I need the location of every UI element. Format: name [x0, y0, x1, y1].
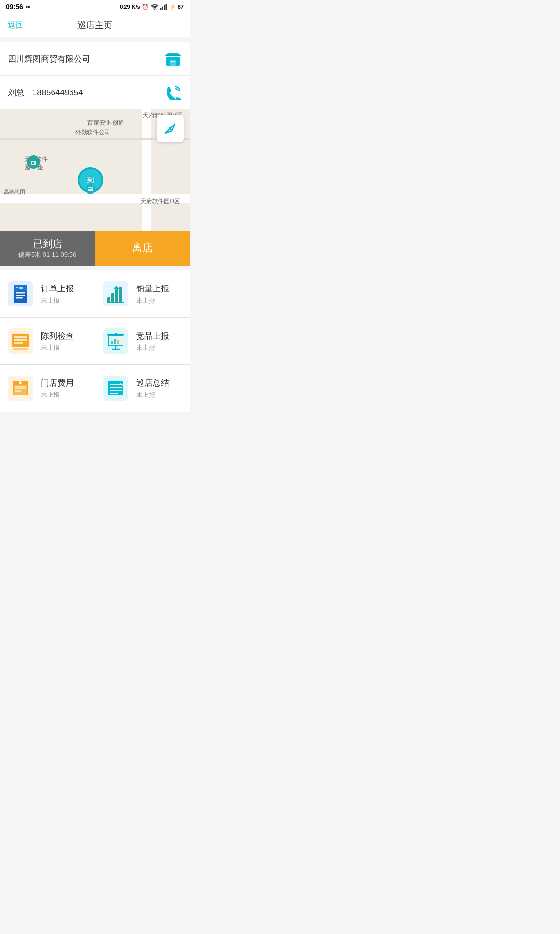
status-battery: 87	[178, 4, 184, 10]
status-left: 09:56 ∞	[6, 3, 30, 11]
status-bar: 09:56 ∞ 0.29 K/s ⏰ ⚡ 87	[0, 0, 190, 14]
svg-rect-41	[111, 341, 113, 344]
map-attribution: 高德地图	[4, 188, 25, 196]
svg-rect-50	[15, 386, 26, 389]
map-container: 百家安业·创通 外勤软件公司 天府软件园D区 天府软件 园D2座 天府软件园D区	[0, 109, 190, 231]
status-signal-icon	[160, 4, 167, 10]
expense-icon: ¥	[8, 376, 33, 401]
svg-rect-4	[165, 4, 167, 10]
svg-rect-54	[110, 384, 122, 385]
svg-text:¥: ¥	[19, 379, 22, 385]
menu-item-competitor[interactable]: 竞品上报 未上报	[95, 318, 190, 364]
map-label-park-bottom: 天府软件园D区	[140, 198, 180, 206]
order-text: 订单上报 未上报	[41, 283, 74, 305]
arrival-marker: 到	[78, 167, 103, 193]
back-button[interactable]: 返回	[8, 20, 23, 31]
contact-info: 刘总 18856449654	[8, 87, 83, 98]
road-vertical	[142, 109, 151, 231]
navigate-button[interactable]	[157, 115, 184, 142]
svg-rect-38	[13, 348, 28, 350]
arrived-sub-text: 偏差5米 01-11 09:56	[18, 251, 76, 259]
status-right: 0.29 K/s ⏰ ⚡ 87	[120, 4, 184, 10]
svg-rect-26	[16, 287, 18, 288]
status-charging-icon: ⚡	[169, 4, 176, 10]
status-alarm-icon: ⏰	[142, 4, 149, 10]
top-nav: 返回 巡店主页	[0, 14, 190, 37]
svg-rect-31	[119, 287, 122, 302]
competitor-text: 竞品上报 未上报	[136, 330, 169, 352]
arrived-main-text: 已到店	[33, 237, 62, 251]
order-title: 订单上报	[41, 283, 74, 294]
summary-text: 巡店总结 未上报	[136, 377, 169, 399]
svg-point-47	[115, 333, 117, 335]
menu-item-expense[interactable]: ¥ 门店费用 未上报	[0, 365, 95, 412]
marker-sub-icon	[86, 184, 95, 194]
menu-item-summary[interactable]: 巡店总结 未上报	[95, 365, 190, 412]
menu-item-order[interactable]: 订单上报 未上报	[0, 270, 95, 317]
contact-phone: 18856449654	[33, 88, 83, 97]
svg-rect-51	[15, 390, 21, 392]
store-name: 四川辉图商贸有限公司	[8, 54, 90, 65]
svg-rect-29	[111, 293, 114, 302]
map-section: 百家安业·创通 外勤软件公司 天府软件园D区 天府软件 园D2座 天府软件园D区	[0, 109, 190, 266]
competitor-title: 竞品上报	[136, 330, 169, 341]
order-icon	[8, 281, 33, 306]
svg-rect-13	[35, 162, 35, 163]
svg-rect-11	[32, 162, 33, 163]
svg-rect-30	[115, 289, 118, 302]
leave-button[interactable]: 离店	[95, 231, 190, 266]
display-status: 未上报	[41, 343, 74, 352]
svg-rect-3	[164, 5, 165, 10]
svg-rect-37	[14, 342, 23, 344]
leave-label: 离店	[132, 241, 153, 255]
svg-rect-56	[110, 390, 122, 391]
store-name-row: 四川辉图商贸有限公司	[0, 42, 190, 76]
display-title: 陈列检查	[41, 330, 74, 341]
sales-text: 销量上报 未上报	[136, 283, 169, 305]
svg-rect-12	[33, 162, 34, 163]
svg-rect-6	[170, 60, 176, 66]
display-icon	[8, 328, 33, 354]
status-time: 09:56	[6, 3, 23, 11]
status-wifi-icon	[151, 4, 158, 10]
marker-circle: 到	[78, 167, 103, 193]
svg-rect-35	[14, 336, 27, 338]
svg-rect-36	[14, 339, 27, 341]
display-text: 陈列检查 未上报	[41, 330, 74, 352]
svg-rect-27	[19, 287, 23, 289]
menu-grid: 订单上报 未上报 销量上报 未上报	[0, 270, 190, 412]
store-info-section: 四川辉图商贸有限公司 刘总 18856449654	[0, 42, 190, 109]
call-button[interactable]	[164, 84, 182, 101]
svg-rect-24	[16, 295, 25, 296]
svg-rect-55	[110, 387, 122, 388]
competitor-icon	[103, 328, 128, 354]
svg-rect-7	[171, 61, 173, 62]
svg-rect-23	[16, 292, 25, 294]
order-status: 未上报	[41, 296, 74, 305]
svg-rect-14	[32, 163, 33, 164]
menu-item-sales[interactable]: 销量上报 未上报	[95, 270, 190, 317]
svg-rect-57	[110, 393, 118, 394]
contact-name: 刘总	[8, 88, 24, 97]
map-poi-marker	[27, 155, 40, 169]
poi-icon	[27, 155, 40, 169]
svg-rect-15	[33, 163, 34, 164]
summary-icon	[103, 376, 128, 401]
svg-rect-2	[162, 7, 163, 10]
svg-point-0	[154, 9, 155, 10]
status-infinity: ∞	[26, 3, 31, 10]
arrived-button[interactable]: 已到店 偏差5米 01-11 09:56	[0, 231, 95, 266]
svg-rect-42	[114, 339, 116, 344]
contact-row: 刘总 18856449654	[0, 76, 190, 109]
competitor-status: 未上报	[136, 343, 169, 352]
expense-text: 门店费用 未上报	[41, 377, 74, 399]
svg-rect-28	[107, 297, 110, 302]
svg-rect-1	[160, 8, 162, 10]
sales-icon	[103, 281, 128, 306]
map-action-buttons: 已到店 偏差5米 01-11 09:56 离店	[0, 231, 190, 266]
map-background: 百家安业·创通 外勤软件公司 天府软件园D区 天府软件 园D2座 天府软件园D区	[0, 109, 190, 231]
menu-item-display[interactable]: 陈列检查 未上报	[0, 318, 95, 364]
expense-title: 门店费用	[41, 377, 74, 389]
svg-rect-8	[174, 61, 175, 62]
status-speed: 0.29 K/s	[120, 4, 140, 10]
